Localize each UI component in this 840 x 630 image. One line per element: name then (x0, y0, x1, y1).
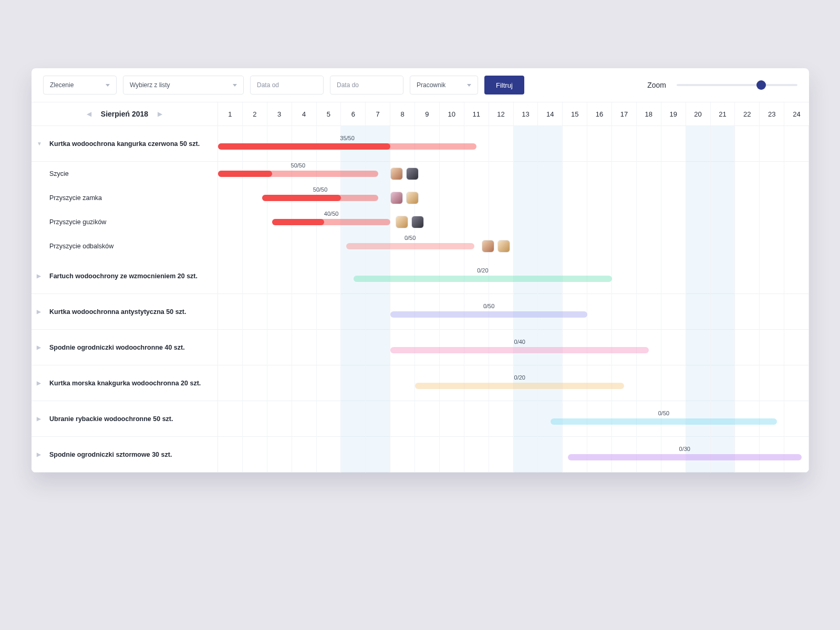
row-label-cell[interactable]: ▶Ubranie rybackie wodoochronne 50 szt. (32, 401, 218, 436)
gantt-parent-row: ▶Spodnie ogrodniczki sztormowe 30 szt.0/… (32, 437, 809, 472)
day-header-cell: 6 (341, 102, 366, 125)
input-data-do[interactable]: Data do (330, 76, 403, 94)
expander-icon[interactable]: ▶ (37, 452, 44, 457)
select-wybierz[interactable]: Wybierz z listy (123, 76, 244, 94)
bar-progress-label: 0/50 (483, 303, 494, 309)
day-header-cell: 22 (735, 102, 760, 125)
row-label-cell[interactable]: ▶Kurtka morska knakgurka wodoochronna 20… (32, 365, 218, 401)
row-track[interactable]: 0/20 (218, 365, 809, 401)
gantt-bar[interactable]: 50/50 (218, 171, 378, 177)
avatar[interactable] (390, 167, 403, 180)
avatar[interactable] (390, 192, 403, 204)
filters-bar: Zlecenie Wybierz z listy Data od Data do… (32, 68, 809, 102)
row-label: Szycie (49, 170, 69, 177)
day-header-cell: 4 (292, 102, 317, 125)
select-zlecenie[interactable]: Zlecenie (43, 76, 117, 94)
gantt-bar[interactable]: 40/50 (272, 219, 390, 225)
gantt-parent-row: ▶Ubranie rybackie wodoochronne 50 szt.0/… (32, 401, 809, 437)
row-label-cell[interactable]: ▼Kurtka wodoochrona kangurka czerwona 50… (32, 126, 218, 161)
avatar[interactable] (497, 240, 510, 253)
avatar[interactable] (396, 216, 408, 228)
gantt-parent-row: ▶Kurtka wodoochronna antystytyczna 50 sz… (32, 294, 809, 330)
gantt-bar[interactable]: 35/50 (218, 143, 476, 150)
bar-progress-label: 0/50 (658, 410, 669, 416)
avatar[interactable] (482, 240, 494, 253)
row-label-cell[interactable]: Szycie (32, 162, 218, 186)
day-header-cells: 123456789101112131415161718192021222324 (218, 102, 809, 125)
day-header-cell: 19 (661, 102, 686, 125)
chevron-down-icon (467, 84, 471, 87)
gantt-sub-row: Przyszycie zamka50/50 (32, 186, 809, 210)
day-header-cell: 24 (784, 102, 809, 125)
filter-button[interactable]: Filtruj (484, 76, 524, 94)
row-track[interactable]: 35/50 (218, 126, 809, 161)
row-label: Przyszycie zamka (49, 194, 102, 202)
row-track[interactable]: 0/30 (218, 437, 809, 472)
row-track[interactable]: 50/50 (218, 186, 809, 210)
bar-progress-label: 50/50 (291, 162, 306, 169)
gantt-bar[interactable]: 0/20 (415, 383, 624, 389)
row-label: Spodnie ogrodniczki wodoochronne 40 szt. (49, 344, 185, 351)
row-label: Ubranie rybackie wodoochronne 50 szt. (49, 415, 173, 423)
gantt-sub-row: Przyszycie guzików40/50 (32, 210, 809, 234)
expander-icon[interactable]: ▶ (37, 380, 44, 386)
row-label-cell[interactable]: Przyszycie odbalsków (32, 234, 218, 258)
row-label-cell[interactable]: Przyszycie zamka (32, 186, 218, 210)
gantt-parent-row: ▼Kurtka wodoochrona kangurka czerwona 50… (32, 126, 809, 162)
row-label-cell[interactable]: ▶Kurtka wodoochronna antystytyczna 50 sz… (32, 294, 218, 329)
row-label: Przyszycie odbalsków (49, 243, 113, 250)
gantt-sub-row: Przyszycie odbalsków0/50 (32, 234, 809, 258)
prev-month-icon[interactable]: ◀ (87, 110, 91, 118)
row-track[interactable]: 40/50 (218, 210, 809, 234)
select-label: Zlecenie (50, 81, 74, 89)
row-track[interactable]: 0/50 (218, 234, 809, 258)
row-track[interactable]: 0/50 (218, 401, 809, 436)
day-header-cell: 10 (440, 102, 464, 125)
row-label: Kurtka wodoochronna antystytyczna 50 szt… (49, 308, 186, 316)
day-header-cell: 12 (489, 102, 514, 125)
row-label-cell[interactable]: ▶Spodnie ogrodniczki wodoochronne 40 szt… (32, 330, 218, 365)
assignee-avatars (390, 167, 419, 180)
gantt-bar[interactable]: 0/30 (568, 454, 802, 460)
row-label-cell[interactable]: Przyszycie guzików (32, 210, 218, 234)
avatar[interactable] (406, 192, 419, 204)
gantt-parent-row: ▶Spodnie ogrodniczki wodoochronne 40 szt… (32, 330, 809, 365)
row-label-cell[interactable]: ▶Spodnie ogrodniczki sztormowe 30 szt. (32, 437, 218, 472)
gantt-bar[interactable]: 50/50 (262, 195, 378, 201)
gantt-bar[interactable]: 0/40 (390, 347, 649, 353)
day-header-cell: 5 (317, 102, 341, 125)
row-track[interactable]: 0/20 (218, 258, 809, 293)
avatar[interactable] (406, 167, 419, 180)
avatar[interactable] (411, 216, 424, 228)
zoom-slider-thumb[interactable] (756, 80, 766, 90)
row-track[interactable]: 0/40 (218, 330, 809, 365)
bar-progress-label: 40/50 (324, 211, 339, 217)
expander-icon[interactable]: ▶ (37, 309, 44, 314)
expander-icon[interactable]: ▶ (37, 344, 44, 350)
input-data-od[interactable]: Data od (250, 76, 324, 94)
gantt-bar[interactable]: 0/50 (551, 418, 777, 425)
gantt-bar[interactable]: 0/50 (390, 311, 587, 318)
expander-icon[interactable]: ▶ (37, 416, 44, 422)
row-track[interactable]: 0/50 (218, 294, 809, 329)
expander-icon[interactable]: ▶ (37, 273, 44, 279)
gantt-chart: ◀ Sierpień 2018 ▶ 1234567891011121314151… (32, 102, 809, 472)
expander-icon[interactable]: ▼ (37, 141, 44, 146)
gantt-parent-row: ▶Fartuch wodoochrony ze wzmocnieniem 20 … (32, 258, 809, 294)
row-label: Fartuch wodoochrony ze wzmocnieniem 20 s… (49, 272, 198, 280)
placeholder: Data do (337, 81, 359, 89)
row-label: Spodnie ogrodniczki sztormowe 30 szt. (49, 451, 172, 458)
day-header-cell: 21 (711, 102, 735, 125)
gantt-body: ▼Kurtka wodoochrona kangurka czerwona 50… (32, 126, 809, 472)
gantt-bar[interactable]: 0/50 (346, 243, 474, 249)
select-pracownik[interactable]: Pracownik (410, 76, 478, 94)
day-header-cell: 17 (612, 102, 637, 125)
chevron-down-icon (106, 84, 110, 87)
month-selector: ◀ Sierpień 2018 ▶ (32, 102, 218, 125)
row-track[interactable]: 50/50 (218, 162, 809, 186)
gantt-bar[interactable]: 0/20 (354, 276, 612, 282)
row-label-cell[interactable]: ▶Fartuch wodoochrony ze wzmocnieniem 20 … (32, 258, 218, 293)
zoom-slider[interactable] (677, 84, 797, 86)
next-month-icon[interactable]: ▶ (158, 110, 162, 118)
day-header-cell: 11 (464, 102, 489, 125)
